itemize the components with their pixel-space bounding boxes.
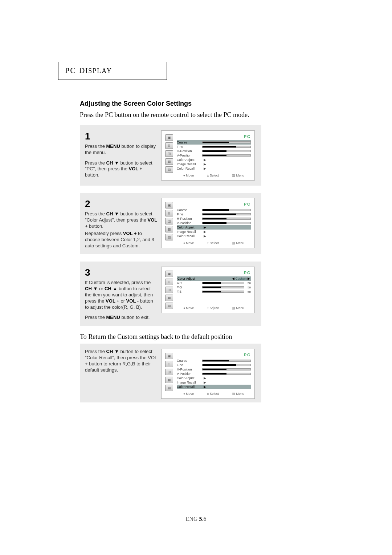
osd-tab-icon: ▣ (165, 353, 173, 359)
osd-tab-icon: ◫ (165, 369, 173, 375)
step-3: 3 If Custom is selected, press the CH ▼ … (80, 262, 261, 326)
step-3-number: 3 (85, 267, 158, 279)
osd-tab-icon: ▣ (165, 134, 173, 141)
osd-tab-icon: ⊞ (165, 142, 173, 149)
osd-tab-icon: ⊞ (165, 279, 173, 285)
step-2: 2 Press the CH ▼ button to select "Color… (80, 193, 261, 254)
osd-tab-icon: ◫ (165, 218, 173, 224)
intro-text: Press the PC button on the remote contro… (80, 111, 392, 119)
chapter-title-a: PC (65, 66, 76, 75)
osd-tab-icon: ▤ (165, 234, 173, 240)
step-2-text: 2 Press the CH ▼ button to select "Color… (85, 198, 158, 249)
osd-heading: PC (177, 134, 251, 139)
osd-screenshot-3: ▣ ⊞ ◫ ▦ ▤ PC Color Adjust ◀ Custom ▶ ΦR5… (161, 267, 255, 313)
step-recall: Press the CH ▼ button to select "Color R… (80, 344, 261, 402)
osd-screenshot-2: ▣ ⊞ ◫ ▦ ▤ PC Coarse Fine H-Position V-Po… (161, 198, 255, 248)
step-3-text: 3 If Custom is selected, press the CH ▼ … (85, 267, 158, 321)
osd-screenshot-1: ▣ ⊞ ◫ ▦ ▤ PC Coarse Fine H-Position V-Po… (161, 130, 255, 181)
osd-tab-icon: ⊞ (165, 361, 173, 367)
osd-tab-icon: ◫ (165, 287, 173, 293)
osd-tab-icon: ▣ (165, 271, 173, 277)
osd-tab-icon: ▦ (165, 377, 173, 383)
osd-heading: PC (177, 271, 251, 275)
return-subheading: To Return the Custom settings back to th… (80, 333, 392, 341)
osd-screenshot-4: ▣ ⊞ ◫ ▦ ▤ PC Coarse Fine H-Position V-Po… (161, 349, 255, 399)
osd-tab-icon: ▤ (165, 166, 173, 173)
chapter-title-c: ISPLAY (85, 67, 112, 74)
osd-tab-icon: ◫ (165, 150, 173, 157)
osd-tab-icon: ▦ (165, 295, 173, 301)
osd-tab-icon: ⊞ (165, 210, 173, 216)
step-1-number: 1 (85, 130, 158, 143)
step-1: 1 Press the MENU button to display the m… (80, 125, 261, 186)
osd-tab-icon: ▤ (165, 303, 173, 309)
step-recall-text: Press the CH ▼ button to select "Color R… (85, 349, 158, 399)
chapter-title-b: D (76, 66, 85, 75)
osd-heading: PC (177, 202, 251, 206)
chapter-header: PC DISPLAY (58, 62, 167, 80)
osd-heading: PC (177, 353, 251, 357)
osd-tab-icon: ▦ (165, 226, 173, 232)
step-1-text: 1 Press the MENU button to display the m… (85, 130, 158, 181)
step-2-number: 2 (85, 198, 158, 210)
osd-tab-icon: ▤ (165, 385, 173, 391)
page-footer: ENG 5.6 (0, 516, 392, 522)
section-title: Adjusting the Screen Color Settings (80, 100, 392, 108)
osd-tab-icon: ▣ (165, 202, 173, 208)
osd-tab-icon: ▦ (165, 158, 173, 165)
